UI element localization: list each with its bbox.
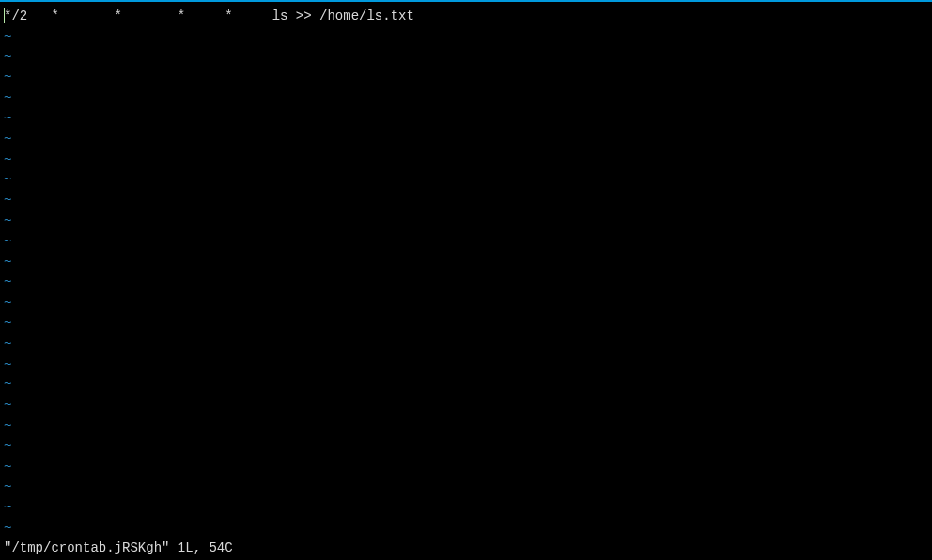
- empty-line-marker: ~: [0, 88, 932, 109]
- empty-line-marker: ~: [0, 150, 932, 171]
- editor-buffer[interactable]: */2 * * * * ls >> /home/ls.txt ~~~~~~~~~…: [0, 7, 932, 539]
- empty-line-marker: ~: [0, 170, 932, 191]
- empty-line-marker: ~: [0, 211, 932, 232]
- empty-line-marker: ~: [0, 458, 932, 478]
- empty-line-marker: ~: [0, 375, 932, 396]
- empty-line-marker: ~: [0, 293, 932, 314]
- empty-line-marker: ~: [0, 68, 932, 88]
- cursor: [4, 8, 5, 23]
- empty-line-marker: ~: [0, 109, 932, 130]
- empty-line-marker: ~: [0, 355, 932, 376]
- crontab-entry: */2 * * * * ls >> /home/ls.txt: [4, 8, 414, 23]
- content-line[interactable]: */2 * * * * ls >> /home/ls.txt: [0, 7, 932, 27]
- empty-line-marker: ~: [0, 437, 932, 458]
- file-info: "/tmp/crontab.jRSKgh" 1L, 54C: [4, 540, 233, 555]
- empty-line-marker: ~: [0, 232, 932, 253]
- empty-line-marker: ~: [0, 314, 932, 334]
- empty-line-marker: ~: [0, 253, 932, 273]
- empty-line-marker: ~: [0, 498, 932, 519]
- empty-line-marker: ~: [0, 416, 932, 437]
- empty-line-marker: ~: [0, 519, 932, 539]
- empty-line-marker: ~: [0, 48, 932, 69]
- empty-line-marker: ~: [0, 27, 932, 48]
- empty-line-marker: ~: [0, 396, 932, 416]
- status-line: "/tmp/crontab.jRSKgh" 1L, 54C: [4, 539, 932, 556]
- empty-line-marker: ~: [0, 334, 932, 355]
- empty-line-marker: ~: [0, 477, 932, 498]
- empty-line-marker: ~: [0, 272, 932, 293]
- empty-line-marker: ~: [0, 191, 932, 211]
- empty-line-marker: ~: [0, 130, 932, 150]
